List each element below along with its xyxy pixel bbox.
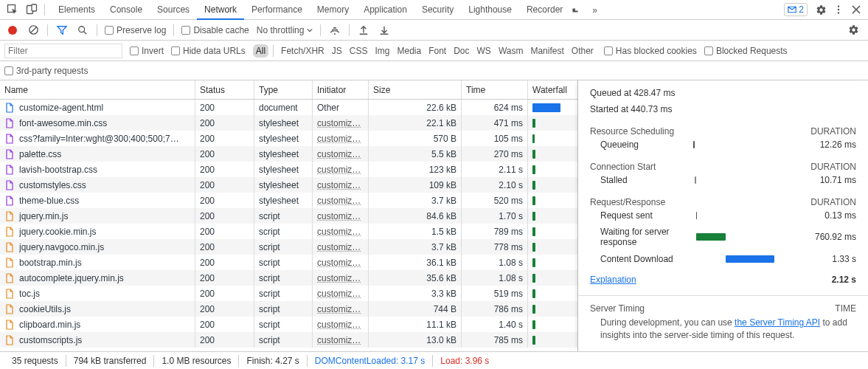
initiator-cell[interactable]: customiz…: [317, 227, 361, 237]
table-row[interactable]: clipboard.min.js200scriptcustomiz…11.1 k…: [0, 317, 577, 332]
col-size[interactable]: Size: [369, 80, 462, 99]
table-row[interactable]: customstyles.css200stylesheetcustomiz…10…: [0, 177, 577, 193]
file-icon: [4, 273, 15, 283]
col-time[interactable]: Time: [462, 80, 528, 99]
tab-performance[interactable]: Performance: [244, 0, 310, 20]
table-row[interactable]: customize-agent.html200documentOther22.6…: [0, 100, 577, 115]
preserve-log-checkbox[interactable]: Preserve log: [105, 25, 166, 35]
initiator-cell[interactable]: customiz…: [317, 273, 361, 283]
download-icon[interactable]: [378, 25, 391, 35]
load-time: Load: 3.96 s: [433, 355, 496, 367]
tab-security[interactable]: Security: [414, 0, 461, 20]
issues-badge[interactable]: 2: [784, 3, 808, 16]
tab-lighthouse[interactable]: Lighthouse: [461, 0, 519, 20]
table-row[interactable]: cookieUtils.js200scriptcustomiz…744 B786…: [0, 301, 577, 317]
initiator-cell[interactable]: customiz…: [317, 242, 361, 252]
table-row[interactable]: autocomplete.jquery.min.js200scriptcusto…: [0, 270, 577, 286]
chip-fetchxhr[interactable]: Fetch/XHR: [278, 44, 327, 58]
tab-application[interactable]: Application: [356, 0, 414, 20]
network-conditions-icon[interactable]: [328, 24, 341, 36]
table-row[interactable]: bootstrap.min.js200scriptcustomiz…36.1 k…: [0, 255, 577, 270]
tab-network[interactable]: Network: [197, 0, 244, 20]
more-tabs[interactable]: »: [585, 1, 605, 19]
chip-css[interactable]: CSS: [347, 44, 371, 58]
invert-checkbox[interactable]: Invert: [130, 46, 164, 56]
gear-icon[interactable]: [812, 4, 830, 15]
record-button[interactable]: [6, 26, 19, 35]
col-waterfall[interactable]: Waterfall: [528, 80, 577, 99]
filter-icon[interactable]: [55, 25, 69, 35]
tab-elements[interactable]: Elements: [51, 0, 103, 20]
table-row[interactable]: customscripts.js200scriptcustomiz…13.0 k…: [0, 332, 577, 348]
initiator-cell[interactable]: customiz…: [317, 335, 361, 345]
clear-icon[interactable]: [27, 24, 40, 35]
initiator-cell[interactable]: customiz…: [317, 149, 361, 159]
col-status[interactable]: Status: [195, 80, 254, 99]
time-header: TIME: [835, 303, 856, 314]
row-waiting: Waiting for server response 760.92 ms: [590, 227, 856, 248]
server-timing-api-link[interactable]: the Server Timing API: [735, 317, 820, 328]
close-icon[interactable]: [847, 5, 865, 14]
table-row[interactable]: css?family=Inter:wght@300;400;500;7…200s…: [0, 131, 577, 146]
third-party-checkbox[interactable]: 3rd-party requests: [4, 66, 88, 76]
col-type[interactable]: Type: [254, 80, 313, 99]
blocked-requests-checkbox[interactable]: Blocked Requests: [704, 46, 788, 56]
table-row[interactable]: theme-blue.css200stylesheetcustomiz…3.7 …: [0, 193, 577, 208]
request-name: bootstrap.min.js: [19, 258, 82, 268]
blocked-cookies-checkbox[interactable]: Has blocked cookies: [604, 46, 697, 56]
filter-input[interactable]: [4, 44, 122, 58]
table-row[interactable]: jquery.min.js200scriptcustomiz…84.6 kB1.…: [0, 208, 577, 224]
chip-img[interactable]: Img: [372, 44, 392, 58]
request-name: font-awesome.min.css: [19, 118, 107, 128]
chip-font[interactable]: Font: [426, 44, 449, 58]
file-icon: [4, 320, 15, 330]
initiator-cell[interactable]: customiz…: [317, 118, 361, 128]
section-request: Request/Response: [590, 197, 665, 207]
chip-wasm[interactable]: Wasm: [496, 44, 527, 58]
device-icon[interactable]: [22, 0, 41, 19]
initiator-cell[interactable]: customiz…: [317, 258, 361, 268]
throttling-select[interactable]: No throttling: [257, 25, 313, 35]
col-name[interactable]: Name: [0, 80, 195, 99]
disable-cache-checkbox[interactable]: Disable cache: [181, 25, 249, 35]
waterfall-cell: [528, 100, 577, 115]
duration-header: DURATION: [810, 126, 856, 137]
initiator-cell[interactable]: customiz…: [317, 289, 361, 299]
initiator-cell[interactable]: customiz…: [317, 165, 361, 175]
chip-ws[interactable]: WS: [474, 44, 494, 58]
tab-recorder[interactable]: Recorder: [519, 0, 570, 20]
chip-manifest[interactable]: Manifest: [527, 44, 566, 58]
upload-icon[interactable]: [357, 25, 370, 35]
waterfall-cell: [528, 224, 577, 239]
tab-sources[interactable]: Sources: [150, 0, 197, 20]
tab-console[interactable]: Console: [103, 0, 150, 20]
tab-memory[interactable]: Memory: [310, 0, 356, 20]
initiator-cell[interactable]: customiz…: [317, 211, 361, 221]
explanation-link[interactable]: Explanation: [590, 275, 636, 285]
chip-other[interactable]: Other: [569, 44, 597, 58]
initiator-cell[interactable]: customiz…: [317, 196, 361, 206]
initiator-cell[interactable]: customiz…: [317, 304, 361, 314]
inspect-icon[interactable]: [3, 0, 22, 19]
chip-all[interactable]: All: [253, 44, 268, 58]
size-cell: 5.5 kB: [369, 146, 462, 162]
table-row[interactable]: font-awesome.min.css200stylesheetcustomi…: [0, 115, 577, 131]
initiator-cell[interactable]: customiz…: [317, 134, 361, 144]
chip-doc[interactable]: Doc: [451, 44, 472, 58]
table-row[interactable]: toc.js200scriptcustomiz…3.3 kB519 ms: [0, 286, 577, 301]
initiator-cell[interactable]: customiz…: [317, 320, 361, 330]
initiator-cell[interactable]: customiz…: [317, 180, 361, 190]
kebab-icon[interactable]: [830, 4, 847, 15]
search-icon[interactable]: [76, 25, 89, 35]
table-row[interactable]: lavish-bootstrap.css200stylesheetcustomi…: [0, 162, 577, 177]
table-row[interactable]: palette.css200stylesheetcustomiz…5.5 kB2…: [0, 146, 577, 162]
table-row[interactable]: jquery.navgoco.min.js200scriptcustomiz…3…: [0, 239, 577, 255]
type-cell: stylesheet: [254, 177, 313, 193]
panel-settings-icon[interactable]: [844, 24, 862, 35]
col-initiator[interactable]: Initiator: [313, 80, 369, 99]
chip-js[interactable]: JS: [329, 44, 345, 58]
table-row[interactable]: jquery.cookie.min.js200scriptcustomiz…1.…: [0, 224, 577, 239]
hide-data-urls-checkbox[interactable]: Hide data URLs: [171, 46, 246, 56]
chip-media[interactable]: Media: [394, 44, 424, 58]
request-name: theme-blue.css: [19, 196, 79, 206]
